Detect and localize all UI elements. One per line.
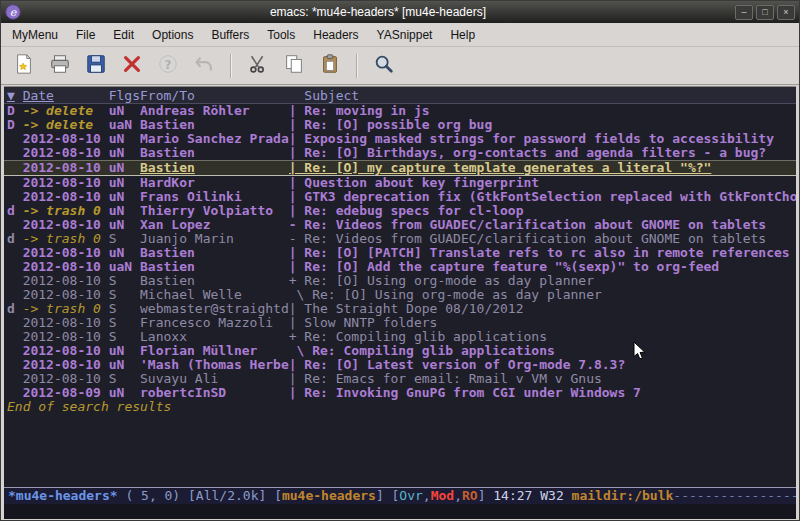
message-row[interactable]: 2012-08-10uNBastien| Re: [O] Birthdays, … [4,146,796,160]
mark-prefix [7,190,23,204]
message-subject: + Re: Compiling glib applications [289,330,796,344]
modeline-segment: 14:27 [493,488,540,503]
message-row[interactable]: 2012-08-10uNHardKor| Question about key … [4,176,796,190]
modeline-segment: , [423,488,431,503]
message-date: 2012-08-10 [23,330,109,344]
copy-button[interactable] [279,51,309,81]
cut-button[interactable] [243,51,273,81]
message-from: Bastien [140,118,289,132]
menu-options[interactable]: Options [143,24,202,46]
maximize-button[interactable]: □ [756,5,774,20]
message-row[interactable]: d-> trash 0Swebmaster@straightd...| The … [4,302,796,316]
message-row[interactable]: d-> trash 0SJuanjo Marin- Re: Videos fro… [4,232,796,246]
message-row[interactable]: 2012-08-10SMichael Welle \ Re: [O] Using… [4,288,796,302]
modeline-segment: [All/2.0k] [188,488,274,503]
message-flags: S [109,316,140,330]
toolbar-separator [356,54,358,78]
message-from: Frans Oilinki [140,190,289,204]
mode-line: *mu4e-headers* ( 5, 0) [All/2.0k] [mu4e-… [4,487,796,504]
message-flags: uN [109,386,140,400]
message-row[interactable]: 2012-08-10uN'Mash (Thomas Herbert)| Re: … [4,358,796,372]
minimize-button[interactable]: – [735,5,753,20]
menu-bar: MyMenuFileEditOptionsBuffersToolsHeaders… [1,23,799,47]
message-date: 2012-08-10 [23,132,109,146]
message-from: Francesco Mazzoli [140,316,289,330]
copy-icon [283,53,305,79]
message-row[interactable]: d-> trash 0uNThierry Volpiatto| Re: edeb… [4,204,796,218]
menu-tools[interactable]: Tools [258,24,304,46]
mark-prefix [7,274,23,288]
title-bar[interactable]: e emacs: *mu4e-headers* [mu4e-headers] –… [1,1,799,23]
message-subject: - Re: Videos from GUADEC/clarification a… [289,232,796,246]
message-subject: | Re: [O] my capture template generates … [289,161,796,175]
menu-edit[interactable]: Edit [104,24,143,46]
message-subject: \ Re: [O] Using org-mode as day planner [289,288,796,302]
column-header-date[interactable]: Date [23,87,109,103]
menu-help[interactable]: Help [441,24,484,46]
message-flags: S [109,302,140,316]
message-flags: S [109,330,140,344]
message-subject: | Re: edebug specs for cl-loop [289,204,796,218]
menu-mymenu[interactable]: MyMenu [3,24,67,46]
sort-direction-indicator[interactable]: ▼ [7,87,23,103]
paste-button[interactable] [315,51,345,81]
message-subject: | Re: moving in js [289,104,796,118]
message-row[interactable]: 2012-08-10SFrancesco Mazzoli| Slow NNTP … [4,316,796,330]
message-row[interactable]: 2012-08-10uNBastien| Re: [O] [PATCH] Tra… [4,246,796,260]
window-controls: –□× [735,5,795,20]
modeline-segment: ] [478,488,494,503]
emacs-text-area: ▼ Date Flgs From/To Subject D-> deleteuN… [4,86,796,519]
message-row[interactable]: 2012-08-10uNBastien| Re: [O] my capture … [4,160,796,176]
mark-prefix [7,260,23,274]
message-row[interactable]: 2012-08-10uNXan Lopez- Re: Videos from G… [4,218,796,232]
message-row[interactable]: 2012-08-10uNFrans Oilinki| GTK3 deprecat… [4,190,796,204]
message-subject: | Re: Emacs for email: Rmail v VM v Gnus [289,372,796,386]
message-from: Michael Welle [140,288,289,302]
message-subject: | Slow NNTP folders [289,316,796,330]
mark-action: -> trash 0 [23,302,109,316]
modeline-segment: ----------------------------------------… [673,488,796,503]
mark-prefix [7,386,23,400]
message-row[interactable]: 2012-08-10SLanoxx+ Re: Compiling glib ap… [4,330,796,344]
help-icon: ? [157,53,179,79]
message-subject: | Question about key fingerprint [289,176,796,190]
menu-yasnippet[interactable]: YASnippet [368,24,442,46]
mark-prefix: d [7,232,23,246]
print-button[interactable] [45,51,75,81]
message-row[interactable]: 2012-08-10uNFlorian Müllner \ Re: Compil… [4,344,796,358]
menu-file[interactable]: File [67,24,104,46]
message-from: Suvayu Ali [140,372,289,386]
message-date: 2012-08-10 [23,372,109,386]
help-button[interactable]: ? [153,51,183,81]
echo-area[interactable] [4,504,796,519]
toolbar-separator [230,54,232,78]
undo-button[interactable] [189,51,219,81]
message-flags: S [109,232,140,246]
close-button[interactable]: × [777,5,795,20]
message-row[interactable]: 2012-08-10uNMario Sanchez Prada| Exposin… [4,132,796,146]
message-from: Xan Lopez [140,218,289,232]
message-flags: uN [109,146,140,160]
column-header-subject[interactable]: Subject [289,87,796,103]
column-header-flags[interactable]: Flgs [109,87,140,103]
message-row[interactable]: D-> deleteuaNBastien| Re: [O] possible o… [4,118,796,132]
message-row[interactable]: 2012-08-10uaNBastien| Re: [O] Add the ca… [4,260,796,274]
search-button[interactable] [369,51,399,81]
save-button[interactable] [81,51,111,81]
new-file-button[interactable] [9,51,39,81]
message-row[interactable]: 2012-08-09uNrobertcInSD| Re: Invoking Gn… [4,386,796,400]
message-row[interactable]: 2012-08-10SBastien+ Re: [O] Using org-mo… [4,274,796,288]
message-row[interactable]: D-> deleteuNAndreas Röhler| Re: moving i… [4,104,796,118]
emacs-app-icon: e [5,4,21,20]
message-from: Thierry Volpiatto [140,204,289,218]
menu-headers[interactable]: Headers [304,24,367,46]
message-row[interactable]: 2012-08-10SSuvayu Ali| Re: Emacs for ema… [4,372,796,386]
message-date: 2012-08-10 [23,316,109,330]
menu-buffers[interactable]: Buffers [202,24,258,46]
mark-prefix [7,316,23,330]
column-header-from[interactable]: From/To [140,87,289,103]
mark-prefix [7,358,23,372]
message-flags: uN [109,161,140,175]
close-buffer-button[interactable] [117,51,147,81]
message-from: Bastien [140,274,289,288]
